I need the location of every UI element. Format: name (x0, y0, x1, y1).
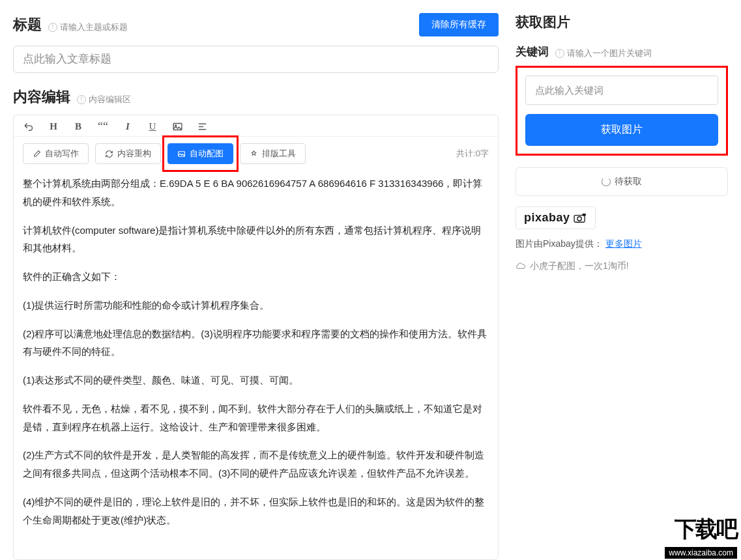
editor-content-area[interactable]: 整个计算机系统由两部分组成：E.69DA 5 E 6 BA 9062616964… (14, 172, 498, 548)
camera-icon (573, 213, 587, 223)
undo-icon[interactable] (23, 120, 35, 132)
more-images-link[interactable]: 更多图片 (605, 238, 642, 249)
promo-line: 小虎子配图，一次1淘币! (516, 260, 728, 272)
info-icon: ! (555, 49, 564, 58)
align-icon[interactable] (196, 120, 208, 132)
image-credit: 图片由Pixabay提供： 更多图片 (516, 238, 728, 250)
keyword-highlight-box: 获取图片 (516, 66, 728, 156)
heading-icon[interactable]: H (48, 120, 59, 132)
image-panel-title: 获取图片 (516, 13, 728, 31)
paragraph: (2)生产方式不同的软件是开发，是人类智能的高发挥，而不是传统意义上的硬件制造。… (23, 446, 489, 483)
restructure-button[interactable]: 内容重构 (95, 143, 161, 164)
pending-panel: 待获取 (516, 167, 728, 196)
keyword-label-row: 关键词 ! 请输入一个图片关键词 (516, 44, 728, 59)
word-count: 共计:0字 (456, 148, 489, 160)
editor-hint: ! 内容编辑区 (77, 94, 131, 105)
paragraph: 整个计算机系统由两部分组成：E.69DA 5 E 6 BA 9062616964… (23, 175, 489, 211)
svg-point-7 (577, 216, 581, 220)
italic-icon[interactable]: I (122, 120, 134, 132)
action-toolbar: 自动写作 内容重构 自动配图 排版工具 共计:0字 (14, 137, 498, 172)
info-icon: ! (48, 23, 57, 32)
bold-icon[interactable]: B (72, 120, 84, 132)
keyword-label: 关键词 (516, 44, 549, 59)
pixabay-logo: pixabay (516, 206, 596, 229)
editor-container: H B ““ I U 自动写作 内容重 (13, 115, 499, 560)
title-label: 标题 (13, 15, 42, 35)
clear-cache-button[interactable]: 清除所有缓存 (419, 13, 499, 36)
auto-write-button[interactable]: 自动写作 (23, 143, 89, 164)
layout-tool-button[interactable]: 排版工具 (240, 143, 306, 164)
paragraph: (1)提供运行时所需功能和性能的命令或计算机程序集合。 (23, 296, 489, 315)
keyword-hint: ! 请输入一个图片关键词 (555, 48, 652, 59)
paragraph: 计算机软件(computer software)是指计算机系统中除硬件以外的所有… (23, 221, 489, 258)
underline-icon[interactable]: U (147, 120, 158, 132)
paragraph: 软件看不见，无色，枯燥，看不见，摸不到，闻不到。软件大部分存在于人们的头脑或纸上… (23, 400, 489, 436)
watermark: 下载吧 www.xiazaiba.com (643, 514, 741, 560)
fetch-image-button[interactable]: 获取图片 (525, 114, 718, 146)
auto-image-button[interactable]: 自动配图 (167, 143, 233, 164)
keyword-input[interactable] (525, 76, 718, 105)
editor-section-header: 内容编辑 ! 内容编辑区 (13, 87, 499, 107)
paragraph: (4)维护不同的硬件是旧的，理论上软件是旧的，并不坏，但实际上软件也是旧的和坏的… (23, 493, 489, 529)
editor-label: 内容编辑 (13, 87, 70, 107)
quote-icon[interactable]: ““ (97, 120, 109, 132)
format-toolbar: H B ““ I U (14, 115, 498, 137)
info-icon: ! (77, 95, 86, 104)
spinner-icon (602, 177, 611, 186)
title-section-header: 标题 ! 请输入主题或标题 清除所有缓存 (13, 13, 499, 36)
cloud-icon (516, 262, 526, 271)
paragraph: (2)程序可以满意地处理信息的数据结构。(3)说明程序功能要求和程序需要的文档的… (23, 325, 489, 361)
paragraph: 软件的正确含义如下： (23, 268, 489, 286)
title-hint: ! 请输入主题或标题 (48, 21, 128, 33)
svg-rect-8 (582, 213, 585, 216)
image-icon[interactable] (171, 120, 183, 132)
article-title-input[interactable] (13, 46, 499, 73)
paragraph: (1)表达形式不同的硬件类型、颜色、味道、可见、可摸、可闻。 (23, 371, 489, 389)
